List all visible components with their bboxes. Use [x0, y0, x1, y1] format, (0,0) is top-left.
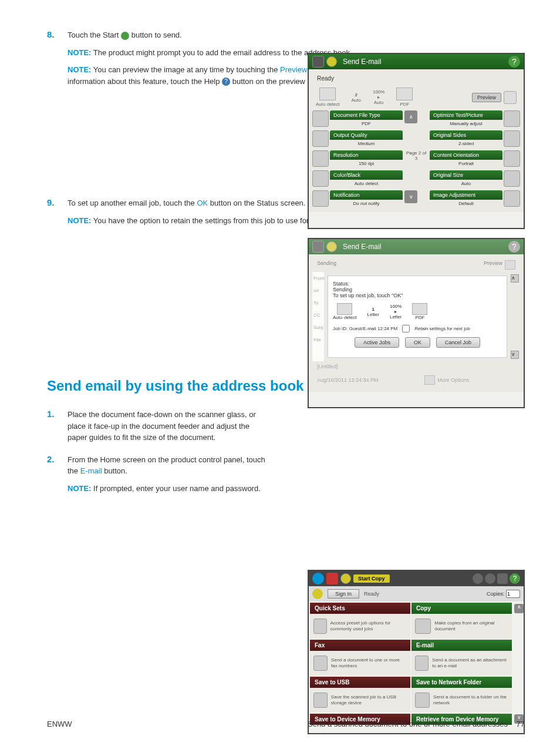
more-icon	[424, 375, 435, 385]
more-options-button: More Options	[437, 377, 469, 383]
step-number: 8.	[47, 29, 68, 87]
option-icon	[504, 130, 520, 147]
titlebar: Send E-mail ?	[309, 54, 524, 69]
option-color-black[interactable]: Color/BlackAuto detect	[312, 170, 403, 187]
option-icon	[504, 150, 520, 167]
stop-icon[interactable]	[326, 573, 338, 584]
option-image-adjustment[interactable]: Image AdjustmentDefault	[430, 190, 520, 207]
start-icon	[121, 32, 129, 40]
retain-label: Retain settings for next job	[414, 326, 470, 331]
help-icon[interactable]: ?	[508, 56, 520, 68]
status-text: Ready	[312, 73, 520, 84]
app-fax[interactable]: FaxSend a document to one or more fax nu…	[310, 640, 410, 676]
status-dialog: Status: Sending To set up next job, touc…	[328, 275, 507, 358]
lang-icon[interactable]	[485, 573, 495, 584]
step-text-2: button on the Status screen.	[210, 199, 306, 207]
note-label: NOTE:	[68, 65, 91, 74]
screenshot-home-screen: Start Copy ? Sign In Ready Copies: Quick…	[308, 570, 525, 734]
ok-button[interactable]: OK	[405, 337, 430, 348]
status-line: To set up next job, touch "OK"	[333, 293, 502, 298]
pct-icon: 100%▸Letter	[390, 304, 402, 320]
copies-input[interactable]	[506, 590, 520, 598]
home-icon[interactable]	[312, 56, 324, 68]
sleep-icon[interactable]	[473, 573, 483, 584]
app-copy[interactable]: CopyMake copies from an original documen…	[411, 603, 512, 639]
step-number: 2.	[47, 454, 68, 495]
step-text: Touch the Start	[68, 31, 121, 39]
count-icon: 2Auto	[351, 92, 360, 103]
option-icon	[312, 190, 329, 207]
start-icon[interactable]	[340, 573, 351, 584]
hp-logo-icon	[312, 573, 324, 584]
preview-button[interactable]: Preview	[472, 93, 501, 102]
email-link: E-mail	[80, 466, 102, 475]
app-quick-sets[interactable]: Quick SetsAccess preset job options for …	[310, 603, 410, 639]
screenshot-send-email-options: Send E-mail ? Ready Auto detect 2Auto 10…	[308, 53, 525, 229]
pdf-icon: PDF	[396, 88, 413, 107]
option-content-orientation[interactable]: Content OrientationPortrait	[430, 150, 520, 167]
preview-label: Preview	[484, 260, 502, 270]
app-icon	[313, 656, 328, 671]
home-icon[interactable]	[312, 241, 324, 253]
scroll-up-icon[interactable]: ∧	[404, 110, 417, 123]
screen-title: Send E-mail	[339, 243, 508, 251]
help-icon[interactable]: ?	[508, 241, 520, 253]
step-text-2: button.	[104, 466, 127, 475]
step-text: Place the document face-down on the scan…	[68, 410, 256, 442]
scroll-up-icon[interactable]: ∧	[514, 604, 524, 613]
option-document-file-type[interactable]: Document File TypePDF	[312, 110, 403, 127]
cancel-job-button[interactable]: Cancel Job	[436, 337, 480, 348]
option-icon	[312, 170, 329, 187]
titlebar: Send E-mail ?	[309, 239, 524, 254]
app-icon	[415, 656, 429, 671]
untitled-label: [Untitled]	[312, 361, 520, 372]
option-original-sides[interactable]: Original Sides2-sided	[430, 130, 520, 147]
retain-checkbox[interactable]	[402, 325, 410, 332]
page-footer: ENWW Send a scanned document to one or m…	[47, 720, 525, 728]
network-icon[interactable]	[497, 573, 508, 584]
step-content: From the Home screen on the product cont…	[68, 454, 267, 495]
footer-right: Send a scanned document to one or more e…	[308, 720, 508, 728]
note-label: NOTE:	[68, 216, 91, 225]
preview-icon[interactable]	[504, 91, 517, 104]
page-number: 77	[517, 720, 525, 728]
help-icon: ?	[222, 78, 230, 86]
app-save-to-network-folder[interactable]: Save to Network FolderSend a document to…	[411, 677, 512, 713]
scroll-up-icon[interactable]: ∧	[511, 274, 519, 283]
sign-in-button[interactable]: Sign In	[328, 589, 359, 599]
status-value: Sending	[333, 287, 502, 293]
count-icon: 1Letter	[367, 307, 379, 317]
help-icon[interactable]: ?	[510, 573, 520, 584]
preview-link: Preview	[280, 65, 307, 74]
app-icon	[415, 693, 430, 708]
sending-label: Sending	[317, 260, 336, 270]
signin-icon[interactable]	[312, 589, 323, 599]
option-notification[interactable]: NotificationDo not notify	[312, 190, 403, 207]
app-icon	[313, 693, 328, 708]
timestamp: Aug/16/2011 12:24:34 PM	[317, 377, 379, 383]
option-output-quality[interactable]: Output QualityMedium	[312, 130, 403, 147]
zoom-icon: 100%▸Auto	[373, 89, 384, 105]
step-number: 1.	[47, 409, 68, 443]
scroll-down-icon[interactable]: ∨	[511, 351, 519, 359]
auto-detect-icon: Auto detect	[333, 303, 356, 320]
footer-left: ENWW	[47, 720, 72, 728]
note-label: NOTE:	[68, 48, 91, 57]
scroll-down-icon[interactable]: ∨	[404, 190, 417, 203]
app-icon	[415, 619, 431, 634]
active-jobs-button[interactable]: Active Jobs	[355, 337, 399, 348]
step-text-2: button to send.	[131, 31, 182, 39]
option-optimize-text-picture[interactable]: Optimize Text/PictureManually adjust	[430, 110, 520, 127]
start-icon[interactable]	[326, 56, 337, 67]
option-icon	[312, 110, 329, 127]
option-resolution[interactable]: Resolution150 dpi	[312, 150, 403, 167]
app-icon	[313, 619, 327, 634]
step-content: Place the document face-down on the scan…	[68, 409, 267, 443]
step-number: 9.	[47, 197, 68, 226]
start-icon[interactable]	[326, 241, 337, 252]
auto-detect-icon[interactable]: Auto detect	[316, 88, 339, 107]
option-original-size[interactable]: Original SizeAuto	[430, 170, 520, 187]
field-labels: FromodToCCSubjFile	[312, 272, 324, 361]
app-save-to-usb[interactable]: Save to USBSave the scanned job to a USB…	[310, 677, 410, 713]
app-e-mail[interactable]: E-mailSend a document as an attachment t…	[411, 640, 512, 676]
